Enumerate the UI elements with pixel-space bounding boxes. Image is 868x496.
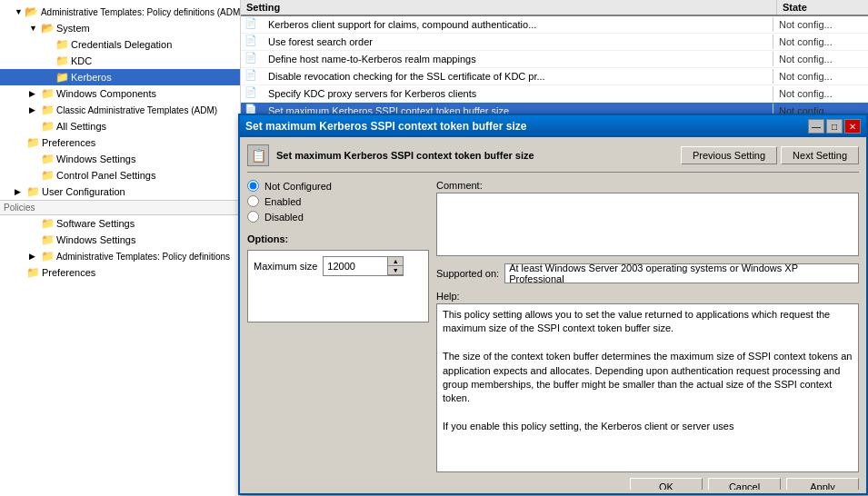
supported-row: Supported on: At least Windows Server 20…	[436, 263, 859, 283]
supported-on-text: At least Windows Server 2003 operating s…	[509, 263, 854, 284]
expand-arrow-user: ▶	[15, 187, 24, 196]
radio-not-configured-input[interactable]	[247, 180, 259, 192]
folder-icon-kerberos	[55, 70, 69, 84]
folder-icon-prefs	[25, 135, 40, 150]
expand-arrow-classic: ▶	[29, 105, 38, 114]
policy-state-1: Not config...	[773, 35, 864, 49]
cancel-button[interactable]: Cancel	[708, 478, 781, 490]
radio-enabled-label: Enabled	[264, 196, 301, 207]
help-text-box[interactable]: This policy setting allows you to set th…	[436, 303, 859, 472]
policy-name-0: Kerberos client support for claims, comp…	[263, 17, 773, 32]
tree-item-userconfig[interactable]: ▶ User Configuration	[0, 184, 240, 200]
max-size-spinbox[interactable]: ▲ ▼	[323, 256, 404, 276]
tree-item-admx[interactable]: ▼ Administrative Templates: Policy defin…	[0, 4, 240, 20]
next-setting-button[interactable]: Next Setting	[781, 146, 859, 164]
policy-row-2[interactable]: 📄 Define host name-to-Kerberos realm map…	[241, 51, 868, 68]
tree-label-prefs: Preferences	[42, 137, 95, 148]
help-section: Help: This policy setting allows you to …	[436, 291, 859, 472]
folder-icon-all	[40, 119, 55, 134]
comment-label: Comment:	[436, 180, 859, 191]
apply-button[interactable]: Apply	[786, 478, 859, 490]
help-paragraph-2: The size of the context token buffer det…	[443, 350, 853, 406]
dialog-top-row: 📋 Set maximum Kerberos SSPI context toke…	[247, 144, 859, 173]
tree-item-wincomponents[interactable]: ▶ Windows Components	[0, 85, 240, 102]
radio-enabled-input[interactable]	[247, 195, 259, 207]
policy-name-2: Define host name-to-Kerberos realm mappi…	[263, 52, 773, 66]
folder-icon-user	[25, 184, 40, 199]
policy-row-4[interactable]: 📄 Specify KDC proxy servers for Kerberos…	[241, 85, 868, 103]
policy-row-1[interactable]: 📄 Use forest search order Not config...	[241, 34, 868, 51]
tree-item-kdc[interactable]: ▶ KDC	[0, 53, 240, 69]
policy-title-dialog: Set maximum Kerberos SSPI context token …	[276, 150, 681, 161]
tree-item-admx2[interactable]: ▶ Administrative Templates: Policy defin…	[0, 248, 240, 264]
max-size-input[interactable]	[324, 257, 387, 275]
folder-icon-sw	[40, 216, 55, 231]
tree-item-system[interactable]: ▼ System	[0, 20, 240, 36]
tree-item-allsettings[interactable]: ▶ All Settings	[0, 118, 240, 134]
tree-label-kerberos: Kerberos	[71, 72, 112, 83]
radio-not-configured-label: Not Configured	[264, 181, 332, 192]
tree-label-system: System	[56, 23, 90, 34]
radio-group: Not Configured Enabled Disabled	[247, 180, 429, 223]
tree-label-allsettings: All Settings	[56, 121, 106, 132]
tree-item-kerberos[interactable]: ▶ Kerberos	[0, 69, 240, 85]
folder-icon-kdc	[55, 54, 69, 68]
policy-row-0[interactable]: 📄 Kerberos client support for claims, co…	[241, 16, 868, 34]
folder-icon-cpanel	[40, 168, 55, 183]
maximize-button[interactable]: □	[826, 119, 843, 134]
close-button[interactable]: ✕	[844, 119, 861, 134]
tree-item-prefs[interactable]: ▶ Preferences	[0, 134, 240, 151]
tree-item-prefs2[interactable]: ▶ Preferences	[0, 264, 240, 281]
expand-arrow-wincomp: ▶	[29, 89, 38, 98]
tree-label-prefs2: Preferences	[42, 267, 95, 278]
policy-state-0: Not config...	[773, 17, 864, 32]
dialog-title: Set maximum Kerberos SSPI context token …	[245, 120, 526, 133]
folder-icon-admx2	[40, 249, 55, 263]
previous-setting-button[interactable]: Previous Setting	[681, 146, 777, 164]
policy-icon-dialog: 📋	[247, 144, 269, 166]
ok-button[interactable]: OK	[630, 478, 703, 490]
radio-not-configured[interactable]: Not Configured	[247, 180, 429, 192]
expand-arrow-system: ▼	[29, 24, 38, 33]
radio-disabled-label: Disabled	[264, 212, 304, 223]
minimize-button[interactable]: —	[808, 119, 824, 134]
folder-icon-win2	[40, 233, 55, 247]
policy-icon-3: 📄	[244, 69, 259, 84]
radio-enabled[interactable]: Enabled	[247, 195, 429, 207]
spin-down-button[interactable]: ▼	[388, 266, 403, 275]
tree-item-cpanel[interactable]: ▶ Control Panel Settings	[0, 167, 240, 184]
folder-open-icon	[25, 5, 39, 19]
policies-label: Policies	[4, 203, 35, 213]
tree-item-credentials[interactable]: ▶ Credentials Delegation	[0, 36, 240, 53]
folder-icon-credentials	[55, 37, 69, 52]
policy-icon-4: 📄	[244, 86, 259, 101]
left-section: Not Configured Enabled Disabled Options:	[247, 180, 429, 472]
radio-disabled-input[interactable]	[247, 211, 259, 223]
left-tree-panel: ▼ Administrative Templates: Policy defin…	[0, 0, 241, 496]
folder-icon-wincomp	[40, 86, 55, 101]
expand-arrow: ▼	[15, 7, 23, 16]
tree-label-credentials: Credentials Delegation	[71, 39, 172, 50]
policy-icon-0: 📄	[244, 17, 259, 32]
comment-textarea[interactable]	[436, 193, 859, 256]
tree-item-classicadmin[interactable]: ▶ Classic Administrative Templates (ADM)	[0, 102, 240, 118]
tree-item-swsettings[interactable]: ▶ Software Settings	[0, 215, 240, 232]
tree-label-userconfig: User Configuration	[42, 186, 125, 197]
folder-icon-classic	[40, 103, 55, 117]
help-paragraph-3: If you enable this policy setting, the K…	[443, 420, 853, 433]
right-section: Comment: Supported on: At least Windows …	[436, 180, 859, 472]
tree-label-classic: Classic Administrative Templates (ADM)	[56, 105, 217, 115]
policy-row-3[interactable]: 📄 Disable revocation checking for the SS…	[241, 68, 868, 85]
policy-icon-1: 📄	[244, 35, 259, 49]
folder-open-icon-system	[40, 21, 55, 35]
policy-icon-glyph: 📋	[251, 148, 266, 163]
tree-item-winsettings-prefs[interactable]: ▶ Windows Settings	[0, 151, 240, 167]
radio-disabled[interactable]: Disabled	[247, 211, 429, 223]
tree-item-winsettings2[interactable]: ▶ Windows Settings	[0, 232, 240, 248]
spin-up-button[interactable]: ▲	[388, 257, 403, 266]
dialog-content: 📋 Set maximum Kerberos SSPI context toke…	[240, 137, 866, 490]
policy-name-1: Use forest search order	[263, 35, 773, 49]
dialog-main: Not Configured Enabled Disabled Options:	[247, 180, 859, 472]
tree-label-wincomp: Windows Components	[56, 88, 156, 99]
folder-icon-prefs2	[25, 265, 40, 280]
